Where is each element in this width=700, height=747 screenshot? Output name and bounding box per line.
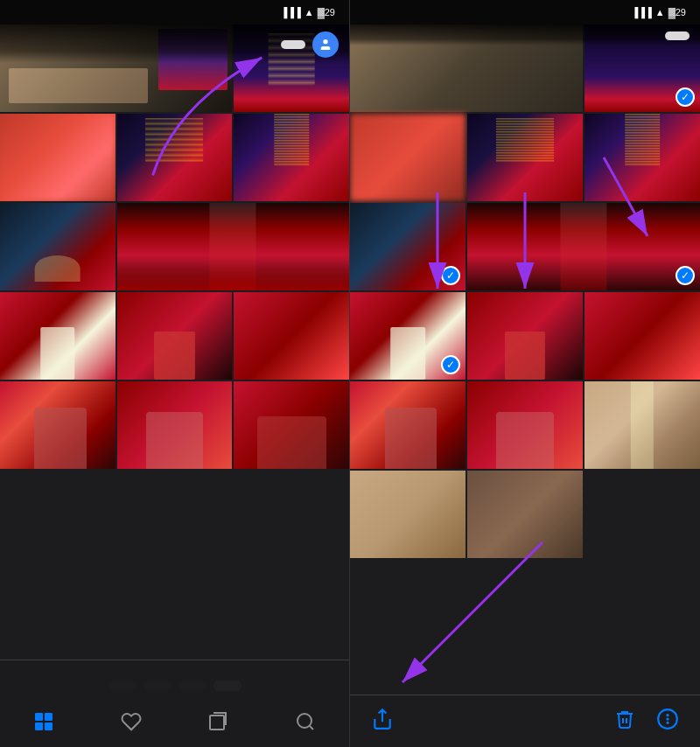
tab-bar-left xyxy=(0,660,349,747)
check-circle-4: ✓ xyxy=(441,355,460,374)
svg-rect-0 xyxy=(35,713,43,721)
photo-cell[interactable] xyxy=(117,203,349,290)
status-icons-right: ▐▐▐ ▲ ▓29 xyxy=(631,7,686,17)
photo-cell[interactable] xyxy=(117,292,233,380)
photo-cell[interactable] xyxy=(0,292,116,380)
battery-icon: ▓29 xyxy=(318,7,335,17)
photo-cell[interactable] xyxy=(117,114,233,201)
photo-cell-r5[interactable] xyxy=(584,114,700,201)
wifi-icon-right: ▲ xyxy=(655,7,665,17)
photo-cell-r9[interactable] xyxy=(467,292,583,380)
tab-library[interactable] xyxy=(18,711,70,734)
svg-line-6 xyxy=(310,726,313,730)
photo-cell-r4[interactable] xyxy=(467,114,583,201)
photo-cell-r12[interactable] xyxy=(467,381,583,469)
wifi-icon: ▲ xyxy=(304,7,314,17)
photo-cell[interactable] xyxy=(234,114,349,201)
status-bar-left: ▐▐▐ ▲ ▓29 xyxy=(0,0,349,24)
library-icon xyxy=(33,711,54,732)
battery-icon-right: ▓29 xyxy=(668,7,686,17)
photo-cell[interactable] xyxy=(0,114,116,201)
photo-grid-right: ✓ ✓ ✓ ✓ xyxy=(350,24,700,695)
svg-rect-2 xyxy=(35,723,43,730)
photo-header-left xyxy=(0,24,349,63)
status-bar-right: ▐▐▐ ▲ ▓29 xyxy=(350,0,700,24)
signal-icon: ▐▐▐ xyxy=(280,7,300,17)
svg-rect-4 xyxy=(210,716,224,730)
photo-grid-left xyxy=(0,24,349,660)
photo-cell[interactable] xyxy=(117,381,233,469)
photo-header-right xyxy=(350,24,700,45)
heart-icon xyxy=(121,711,142,732)
tab-icons-left xyxy=(0,702,349,744)
svg-point-7 xyxy=(323,39,327,44)
delete-button[interactable] xyxy=(607,705,642,738)
photo-cell-r10[interactable] xyxy=(584,292,700,380)
check-circle-1: ✓ xyxy=(676,87,695,107)
photo-cell-r15[interactable] xyxy=(467,471,583,558)
albums-icon xyxy=(207,711,228,732)
photo-cell-r3[interactable] xyxy=(350,114,466,201)
check-circle-2: ✓ xyxy=(441,266,460,285)
search-icon xyxy=(295,711,316,732)
tab-albums[interactable] xyxy=(192,711,244,734)
profile-icon[interactable] xyxy=(312,31,339,58)
check-circle-3: ✓ xyxy=(676,266,695,285)
tab-for-you[interactable] xyxy=(105,711,158,734)
svg-rect-1 xyxy=(45,713,52,721)
photo-cell[interactable] xyxy=(0,203,116,290)
photo-cell-r13[interactable] xyxy=(584,381,700,469)
share-button[interactable] xyxy=(364,704,401,739)
photo-cell[interactable] xyxy=(0,381,116,469)
photo-cell[interactable] xyxy=(234,292,349,380)
more-button[interactable] xyxy=(649,704,686,739)
signal-icon-right: ▐▐▐ xyxy=(631,7,651,17)
photo-cell-r11[interactable] xyxy=(350,381,466,469)
right-phone-panel: ▐▐▐ ▲ ▓29 ✓ ✓ ✓ ✓ xyxy=(350,0,700,747)
photo-cell-r7[interactable]: ✓ xyxy=(467,203,700,290)
svg-rect-3 xyxy=(45,723,52,730)
status-icons-left: ▐▐▐ ▲ ▓29 xyxy=(280,7,335,17)
photo-cell[interactable] xyxy=(234,381,349,469)
photo-cell-r8[interactable]: ✓ xyxy=(350,292,466,380)
photo-cell-r14[interactable] xyxy=(350,471,466,558)
tab-search[interactable] xyxy=(279,711,332,734)
select-button[interactable] xyxy=(281,40,305,49)
left-phone-panel: ▐▐▐ ▲ ▓29 xyxy=(0,0,350,747)
svg-point-5 xyxy=(298,714,312,728)
cancel-button[interactable] xyxy=(665,31,690,40)
photo-cell-r6[interactable]: ✓ xyxy=(350,203,466,290)
selection-bar xyxy=(350,695,700,747)
